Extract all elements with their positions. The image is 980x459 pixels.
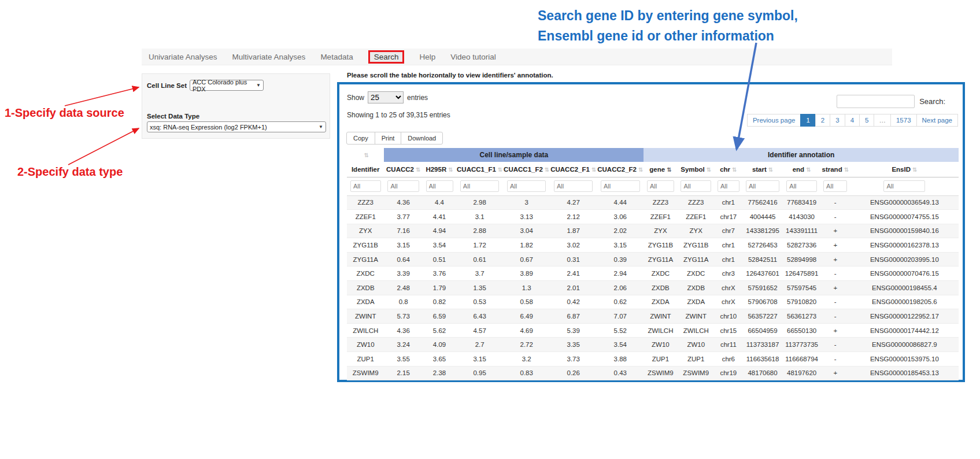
sort-icon[interactable]: ⇅	[498, 166, 502, 173]
column-header-cuacc1_f1[interactable]: CUACC1_F1⇅	[456, 162, 503, 177]
filter-input-symbol[interactable]	[681, 180, 711, 192]
table-cell: 0.51	[423, 252, 456, 266]
nav-metadata[interactable]: Metadata	[320, 53, 353, 61]
page-button-4[interactable]: 4	[845, 114, 860, 127]
table-cell: 3.89	[503, 266, 550, 281]
column-label: CUACC1_F1	[457, 166, 496, 173]
column-header-symbol[interactable]: Symbol⇅	[678, 162, 715, 177]
column-header-cuacc2[interactable]: CUACC2⇅	[384, 162, 423, 177]
print-button[interactable]: Print	[375, 132, 402, 145]
next-page-button[interactable]: Next page	[916, 114, 958, 127]
column-header-chr[interactable]: chr⇅	[715, 162, 742, 177]
sort-icon[interactable]: ⇅	[545, 166, 549, 173]
table-cell: chrX	[715, 281, 742, 295]
column-header-cuacc2_f2[interactable]: CUACC2_F2⇅	[597, 162, 644, 177]
download-button[interactable]: Download	[401, 132, 443, 145]
sort-icon[interactable]: ⇅	[806, 166, 811, 173]
column-header-end[interactable]: end⇅	[783, 162, 820, 177]
page-length-select[interactable]: 25	[368, 91, 404, 103]
sort-icon[interactable]: ⇅	[416, 166, 420, 173]
table-cell: +	[820, 238, 850, 253]
filter-input-chr[interactable]	[718, 180, 739, 192]
filter-input-end[interactable]	[786, 180, 817, 192]
page-button-3[interactable]: 3	[830, 114, 845, 127]
page-button-1[interactable]: 1	[800, 114, 815, 127]
table-cell: chr1	[715, 238, 742, 253]
table-cell: 3.15	[597, 238, 644, 253]
filter-input-strand[interactable]	[823, 180, 847, 192]
sort-icon[interactable]: ⇅	[732, 166, 737, 173]
table-cell: 6.59	[423, 309, 456, 324]
table-cell: 126437601	[742, 266, 783, 281]
table-cell: ZXDA	[347, 295, 384, 309]
table-cell: 5.52	[597, 323, 644, 338]
sort-icon[interactable]: ⇅	[448, 166, 453, 173]
page-button-5[interactable]: 5	[859, 114, 874, 127]
column-label: H295R	[426, 166, 446, 173]
column-header-strand[interactable]: strand⇅	[820, 162, 850, 177]
nav-multivariate-analyses[interactable]: Multivariate Analyses	[232, 53, 306, 61]
identifier-group-sort[interactable]: ⇅	[347, 148, 384, 162]
table-search-input[interactable]	[837, 95, 915, 108]
table-cell: 0.26	[550, 366, 597, 380]
column-label: end	[793, 166, 804, 173]
annotation-search-note: Search gene ID by entering gene symbol, …	[538, 6, 798, 46]
filter-input-start[interactable]	[746, 180, 779, 192]
column-header-cuacc1_f2[interactable]: CUACC1_F2⇅	[503, 162, 550, 177]
sort-icon[interactable]: ⇅	[768, 166, 773, 173]
page-button-2[interactable]: 2	[815, 114, 830, 127]
table-cell: ZZZ3	[678, 195, 715, 210]
column-header-ensid[interactable]: EnsID⇅	[850, 162, 959, 177]
page-button-1573[interactable]: 1573	[890, 114, 917, 127]
table-cell: 1.79	[423, 281, 456, 295]
column-header-h295r[interactable]: H295R⇅	[423, 162, 456, 177]
nav-search[interactable]: Search	[368, 50, 405, 64]
filter-input-h295r[interactable]	[426, 180, 453, 192]
cell-line-set-select[interactable]: ACC Colorado plus PDX ▼	[190, 80, 264, 91]
column-label: start	[752, 166, 767, 173]
table-cell: ENSG00000122952.17	[850, 309, 959, 324]
filter-input-gene[interactable]	[647, 180, 674, 192]
column-header-start[interactable]: start⇅	[742, 162, 783, 177]
table-cell: ZWILCH	[347, 323, 384, 338]
table-cell: ZSWIM9	[347, 366, 384, 380]
sort-icon[interactable]: ⇅	[638, 166, 643, 173]
column-label: chr	[720, 166, 730, 173]
table-cell: 1.3	[503, 281, 550, 295]
nav-univariate-analyses[interactable]: Univariate Analyses	[149, 53, 217, 61]
filter-input-ensid[interactable]	[883, 180, 925, 192]
sort-icon[interactable]: ⇅	[364, 152, 369, 158]
filter-input-cuacc2_f2[interactable]	[601, 180, 640, 192]
filter-input-identifier[interactable]	[350, 180, 381, 192]
filter-input-cuacc1_f1[interactable]	[460, 180, 500, 192]
previous-page-button[interactable]: Previous page	[747, 114, 801, 127]
filter-input-cuacc1_f2[interactable]	[507, 180, 546, 192]
data-type-select[interactable]: xsq: RNA-seq Expression (log2 FPKM+1) ▼	[147, 121, 326, 132]
column-label: strand	[822, 166, 842, 173]
table-cell: 52894998	[783, 252, 820, 266]
sort-icon[interactable]: ⇅	[591, 166, 596, 173]
nav-help[interactable]: Help	[419, 53, 435, 61]
table-cell: 3.13	[503, 210, 550, 224]
table-cell: 5.39	[550, 323, 597, 338]
copy-button[interactable]: Copy	[346, 132, 375, 145]
table-cell: 66550130	[783, 323, 820, 338]
table-cell: 4.57	[456, 323, 503, 338]
table-cell: 6.87	[550, 309, 597, 324]
table-row: ZXDC3.393.763.73.892.412.94ZXDCZXDCchr31…	[347, 266, 959, 281]
sort-icon[interactable]: ⇅	[707, 166, 711, 173]
filter-input-cuacc2[interactable]	[387, 180, 419, 192]
filter-input-cuacc2_f1[interactable]	[554, 180, 593, 192]
sort-icon[interactable]: ⇅	[912, 166, 917, 173]
table-cell: 116635618	[742, 352, 783, 367]
column-header-cuacc2_f1[interactable]: CUACC2_F1⇅	[550, 162, 597, 177]
table-cell: ZYG11B	[347, 238, 384, 253]
nav-video-tutorial[interactable]: Video tutorial	[450, 53, 496, 61]
column-header-gene[interactable]: gene⇅	[644, 162, 677, 177]
table-row: ZYG11B3.153.541.721.823.023.15ZYG11BZYG1…	[347, 238, 959, 253]
table-cell: 113773735	[783, 338, 820, 352]
sort-icon[interactable]: ⇅	[667, 166, 671, 173]
sort-icon[interactable]: ⇅	[844, 166, 849, 173]
column-header-identifier[interactable]: Identifier	[347, 162, 384, 177]
table-cell: 0.67	[503, 252, 550, 266]
